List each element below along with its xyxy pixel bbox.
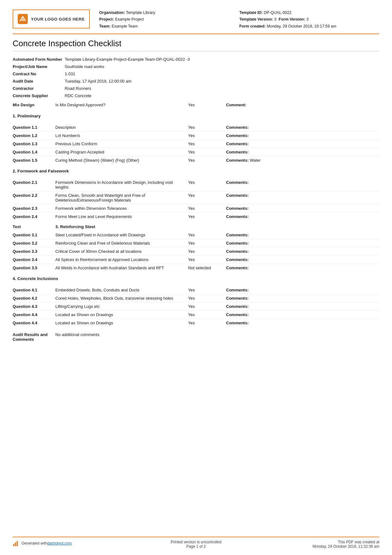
checklist-row: Question 3.5 All Welds in Accordance wit… — [13, 264, 379, 272]
audit-results-table: Audit Results and Comments No additional… — [13, 331, 379, 343]
q-label: Question 4.1 — [13, 286, 55, 294]
q-comment: Comments: — [226, 123, 379, 132]
q-answer: Yes — [188, 286, 226, 294]
q-question: Lifting/Carrying Lugs etc — [55, 302, 188, 310]
q-answer: Yes — [188, 123, 226, 132]
footer-right-line2: Monday, 29 October 2018, 11:32:36 am — [257, 544, 379, 549]
comment-label: Comments: — [226, 206, 249, 211]
comment-label: Comments: — [226, 141, 249, 146]
info-value: 1-031 — [65, 70, 379, 78]
org-label: Organisation: — [99, 10, 125, 15]
q-label: Question 2.2 — [13, 191, 55, 204]
q-question: Previous Lots Conform — [55, 140, 188, 148]
info-row: Automated Form Number Template Library-E… — [13, 56, 379, 63]
info-table: Automated Form Number Template Library-E… — [13, 56, 379, 99]
form-created-value: Monday, 29 October 2018, 10:17:59 am — [267, 24, 336, 28]
q-answer: Yes — [188, 191, 226, 204]
comment-label: Comments: — [226, 133, 249, 138]
q-answer: Yes — [188, 239, 226, 247]
footer-right-line1: This PDF was created at — [257, 540, 379, 544]
info-value: Southside road works — [65, 63, 379, 70]
q-label: Question 2.4 — [13, 212, 55, 221]
section-title: 4. Concrete Inclusions — [13, 276, 379, 282]
info-row: Concrete Supplier RDC Concrete — [13, 92, 379, 99]
footer-center-line2: Page 1 of 2 — [135, 544, 257, 549]
section-3: 4. Concrete Inclusions Question 4.1 Embe… — [13, 276, 379, 327]
section-header-row: Text3. Reinforcing Steel — [13, 224, 379, 229]
q-answer: Yes — [188, 212, 226, 221]
sections-container: 1. Preliminary Question 1.1 Description … — [13, 109, 379, 328]
footer-logo-icon — [13, 540, 20, 547]
checklist-row: Question 3.4 All Splices to Reinforcemen… — [13, 255, 379, 264]
q-question: Lot Number/s — [55, 131, 188, 140]
q-answer: Yes — [188, 310, 226, 319]
q-answer: Yes — [188, 302, 226, 310]
header: YOUR LOGO GOES HERE Organisation: Templa… — [13, 9, 379, 34]
q-question: Description — [55, 123, 188, 132]
audit-results-row: Audit Results and Comments No additional… — [13, 331, 379, 343]
audit-results-value: No additional comments — [55, 331, 379, 343]
comment-label: Comments: — [226, 304, 249, 309]
q-label: Question 4.4 — [13, 310, 55, 319]
info-value: Tuesday, 17 April 2018, 12:00:00 am — [65, 78, 379, 85]
checklist-row: Question 4.1 Embedded Dowels, Bolts, Con… — [13, 286, 379, 294]
audit-results-label: Audit Results and Comments — [13, 331, 55, 343]
q-answer: Yes — [188, 131, 226, 140]
q-label: Question 1.1 — [13, 123, 55, 132]
section-title: 2. Formwork and Falsework — [13, 168, 379, 174]
checklist-row: Question 4.4 Located as Shown on Drawing… — [13, 319, 379, 327]
q-comment: Comments: — [226, 247, 379, 255]
q-comment: Comments: — [226, 319, 379, 327]
q-answer: Yes — [188, 247, 226, 255]
header-meta-left: Organisation: Template Library Project: … — [99, 9, 239, 30]
info-row: Project/Job Name Southside road works — [13, 63, 379, 70]
logo-icon — [18, 14, 28, 24]
comment-label: Comments: — [226, 241, 249, 246]
q-answer: Yes — [188, 140, 226, 148]
q-question: Located as Shown on Drawings — [55, 310, 188, 319]
q-comment: Comments: — [226, 131, 379, 140]
footer: Generated with dashpivot.com Printed ver… — [13, 537, 379, 549]
q-answer: Yes — [188, 294, 226, 302]
checklist-row: Question 4.4 Located as Shown on Drawing… — [13, 310, 379, 319]
section-1-table: Question 2.1 Formwork Dimensions in Acco… — [13, 178, 379, 221]
q-label: Question 1.4 — [13, 148, 55, 156]
q-comment: Comments: — [226, 302, 379, 310]
template-version-label: Template Version: — [239, 17, 273, 22]
dashpivot-link[interactable]: dashpivot.com — [47, 541, 71, 546]
q-label: Question 4.4 — [13, 319, 55, 327]
svg-rect-3 — [17, 541, 18, 546]
org-row: Organisation: Template Library — [99, 9, 239, 16]
checklist-row: Question 1.5 Curing Method (Stream) (Wat… — [13, 156, 379, 164]
info-label: Project/Job Name — [13, 63, 65, 70]
form-version-value: 3 — [306, 17, 309, 22]
q-question: Critical Cover of 30mm Checked at all lo… — [55, 247, 188, 255]
checklist-row: Question 1.2 Lot Number/s Yes Comments: — [13, 131, 379, 140]
checklist-row: Question 2.3 Formwork within Dimension T… — [13, 204, 379, 212]
comment-label: Comments: — [226, 125, 249, 130]
q-question: Formwork Dimensions in Accordance with D… — [55, 178, 188, 191]
comment-label: Comments: — [226, 312, 249, 317]
form-version-label: Form Version: — [279, 17, 305, 22]
info-label: Audit Date — [13, 78, 65, 85]
checklist-row: Question 2.2 Forms Clean, Smooth and Wat… — [13, 191, 379, 204]
info-row: Contractor Road Runners — [13, 85, 379, 92]
q-answer: Not selected — [188, 264, 226, 272]
info-label: Contract No — [13, 70, 65, 78]
q-label: Question 1.3 — [13, 140, 55, 148]
comment-label: Comments: — [226, 180, 249, 185]
checklist-row: Question 2.4 Forms Meet Line and Level R… — [13, 212, 379, 221]
header-meta-right: Template ID: DP-QUAL-0022 Template Versi… — [239, 9, 379, 30]
q-question: Steel Located/Fixed in Accordance with D… — [55, 231, 188, 239]
q-label: Question 3.1 — [13, 231, 55, 239]
checklist-row: Question 3.3 Critical Cover of 30mm Chec… — [13, 247, 379, 255]
section-0: 1. Preliminary Question 1.1 Description … — [13, 113, 379, 164]
q-label: Question 3.4 — [13, 255, 55, 264]
form-created-row: Form created: Monday, 29 October 2018, 1… — [239, 23, 379, 30]
q-label: Question 2.1 — [13, 178, 55, 191]
q-label: Question 4.2 — [13, 294, 55, 302]
q-comment: Comments: — [226, 178, 379, 191]
mix-design-comment: Comment: — [226, 103, 246, 107]
q-comment: Comments: — [226, 212, 379, 221]
q-comment: Comments: — [226, 204, 379, 212]
